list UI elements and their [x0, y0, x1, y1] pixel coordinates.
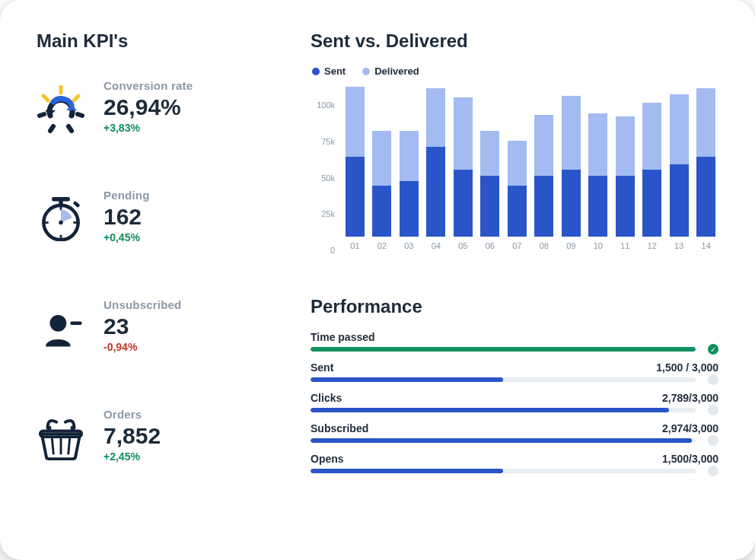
kpi-value: 162 — [104, 202, 150, 231]
svg-line-3 — [40, 114, 44, 116]
perf-sent: Sent1,500 / 3,000 — [311, 361, 718, 382]
bar-segment-sent — [426, 147, 445, 237]
perf-label: Clicks — [311, 392, 342, 404]
kpi-value: 7,852 — [104, 421, 161, 450]
bar-segment-sent — [508, 186, 527, 237]
bar-segment-delivered — [508, 141, 527, 186]
bar-segment-sent — [696, 157, 715, 237]
bar-12: 12 — [642, 103, 661, 250]
perf-time-passed: Time passed✓ — [311, 331, 718, 352]
svg-point-17 — [59, 221, 62, 224]
svg-line-23 — [52, 438, 53, 454]
bar-segment-delivered — [400, 131, 419, 182]
kpi-conversion: Conversion rate26,94%+3,83% — [37, 79, 272, 134]
kpi-value: 26,94% — [104, 92, 193, 122]
bar-x-label: 01 — [350, 241, 359, 250]
kpi-pending: Pending162+0,45% — [37, 189, 272, 243]
perf-fill — [311, 377, 503, 382]
clock-icon — [37, 195, 85, 243]
perf-fill — [311, 438, 692, 443]
svg-line-1 — [74, 96, 78, 100]
bar-segment-delivered — [454, 97, 473, 170]
perf-track — [311, 347, 696, 352]
kpi-heading: Main KPI's — [37, 30, 272, 52]
legend-delivered: Delivered — [362, 65, 419, 77]
bar-11: 11 — [616, 116, 635, 250]
right-panel: Sent vs. Delivered Sent Delivered 100k75… — [311, 30, 718, 537]
bar-segment-delivered — [696, 88, 715, 157]
kpi-change: -0,94% — [104, 341, 181, 353]
bar-x-label: 05 — [458, 241, 467, 250]
bar-x-label: 07 — [512, 241, 521, 250]
perf-value: 2,789/3,000 — [662, 392, 718, 404]
kpi-unsub: Unsubscribed23-0,94% — [37, 298, 272, 353]
svg-line-5 — [50, 126, 53, 131]
bar-segment-sent — [670, 164, 689, 237]
performance-list: Time passed✓Sent1,500 / 3,000Clicks2,789… — [311, 331, 718, 483]
bar-09: 09 — [562, 96, 581, 250]
bar-x-label: 09 — [566, 241, 575, 250]
perf-track — [311, 438, 696, 443]
bar-segment-sent — [588, 176, 607, 237]
bar-segment-sent — [616, 176, 635, 237]
bar-segment-delivered — [372, 131, 391, 186]
perf-track — [311, 469, 696, 473]
svg-line-25 — [68, 438, 70, 454]
svg-point-18 — [50, 315, 67, 332]
bar-segment-sent — [642, 170, 661, 237]
perf-status-dot: ✓ — [708, 344, 718, 355]
y-tick: 25k — [321, 209, 335, 218]
bar-x-label: 10 — [594, 241, 603, 250]
bar-segment-delivered — [562, 96, 581, 170]
kpi-label: Pending — [104, 189, 150, 202]
bar-segment-delivered — [670, 94, 689, 164]
perf-label: Sent — [311, 361, 333, 374]
bar-02: 02 — [372, 131, 391, 250]
perf-status-dot — [708, 466, 718, 476]
svg-line-6 — [68, 126, 72, 131]
kpi-panel: Main KPI's Conversion rate26,94%+3,83%Pe… — [37, 30, 272, 537]
bar-segment-delivered — [588, 113, 607, 176]
perf-clicks: Clicks2,789/3,000 — [311, 392, 718, 412]
svg-rect-11 — [73, 201, 81, 208]
perf-value: 1,500 / 3,000 — [656, 361, 718, 374]
bar-x-label: 02 — [378, 241, 387, 250]
y-tick: 50k — [321, 173, 335, 183]
bar-x-label: 04 — [432, 241, 441, 250]
bar-x-label: 06 — [486, 241, 495, 250]
svg-line-4 — [78, 114, 82, 116]
chart-heading: Sent vs. Delivered — [311, 30, 718, 52]
y-tick: 75k — [321, 137, 335, 146]
bar-14: 14 — [696, 88, 715, 250]
perf-label: Subscribed — [311, 422, 368, 434]
kpi-label: Orders — [104, 408, 161, 421]
bar-x-label: 12 — [648, 241, 657, 250]
bar-segment-delivered — [534, 115, 553, 176]
chart-legend: Sent Delivered — [312, 65, 718, 77]
perf-status-dot — [708, 405, 718, 415]
bar-segment-sent — [346, 157, 365, 237]
chart-plot-area: 0102030405060708091011121314 — [342, 91, 718, 250]
bar-segment-delivered — [346, 87, 365, 157]
y-tick: 100k — [317, 100, 335, 110]
perf-label: Time passed — [311, 331, 375, 343]
bar-segment-sent — [534, 176, 553, 237]
kpi-change: +3,83% — [104, 122, 193, 134]
bar-10: 10 — [588, 113, 607, 250]
performance-heading: Performance — [311, 296, 718, 317]
bar-13: 13 — [670, 94, 689, 250]
user-minus-icon — [37, 304, 85, 353]
perf-label: Opens — [311, 453, 344, 465]
bar-segment-delivered — [426, 88, 445, 146]
perf-value: 2,974/3,000 — [662, 422, 718, 434]
perf-subscribed: Subscribed2,974/3,000 — [311, 422, 718, 443]
perf-status-dot — [708, 374, 718, 385]
perf-opens: Opens1,500/3,000 — [311, 453, 718, 473]
refresh-icon — [37, 85, 85, 134]
kpi-label: Conversion rate — [104, 79, 193, 92]
y-axis: 100k75k50k25k0 — [311, 91, 338, 250]
perf-fill — [311, 347, 696, 352]
svg-line-2 — [43, 96, 48, 100]
bar-07: 07 — [508, 141, 527, 250]
perf-fill — [311, 408, 669, 412]
